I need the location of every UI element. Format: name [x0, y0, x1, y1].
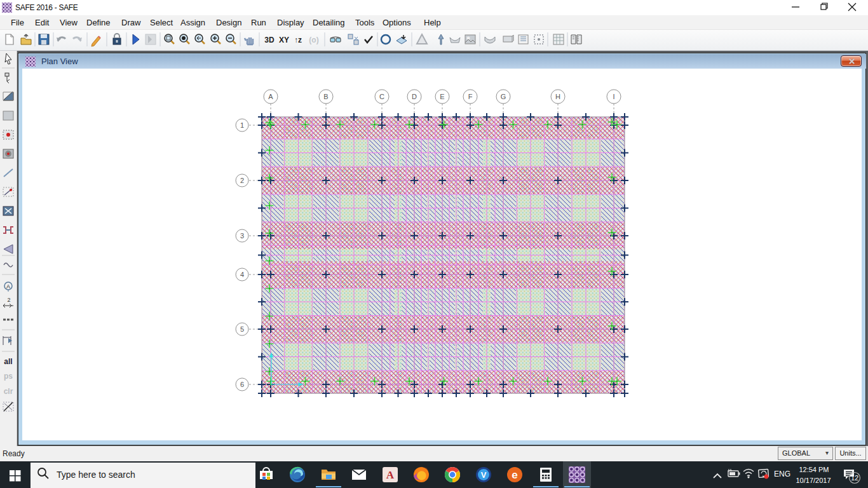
svg-text:G: G: [501, 93, 506, 100]
svg-text:1: 1: [240, 121, 244, 129]
svg-text:all: all: [4, 357, 12, 366]
svg-text:2: 2: [240, 177, 244, 184]
svg-text:↑z: ↑z: [294, 36, 302, 44]
svg-text:XY: XY: [279, 36, 289, 44]
svg-text:3: 3: [240, 232, 244, 240]
svg-text:A: A: [268, 93, 273, 100]
svg-text:C: C: [379, 93, 384, 100]
svg-text:clr: clr: [4, 387, 13, 396]
svg-text:I: I: [613, 93, 614, 100]
svg-text:F: F: [468, 93, 473, 100]
svg-text:B: B: [323, 93, 328, 100]
svg-text:5: 5: [240, 325, 244, 333]
svg-text:2: 2: [7, 297, 10, 303]
svg-text:D: D: [412, 93, 417, 100]
svg-text:ps: ps: [4, 372, 13, 381]
svg-text:V: V: [481, 470, 487, 480]
svg-text:H: H: [555, 93, 560, 100]
svg-text:A: A: [386, 469, 395, 481]
svg-text:E: E: [440, 93, 444, 100]
svg-text:e: e: [512, 469, 517, 481]
svg-text:A: A: [6, 283, 10, 290]
svg-text:3D: 3D: [264, 36, 275, 44]
svg-text:4: 4: [240, 271, 244, 278]
svg-text:(o): (o): [309, 36, 318, 44]
svg-text:6: 6: [240, 381, 244, 388]
